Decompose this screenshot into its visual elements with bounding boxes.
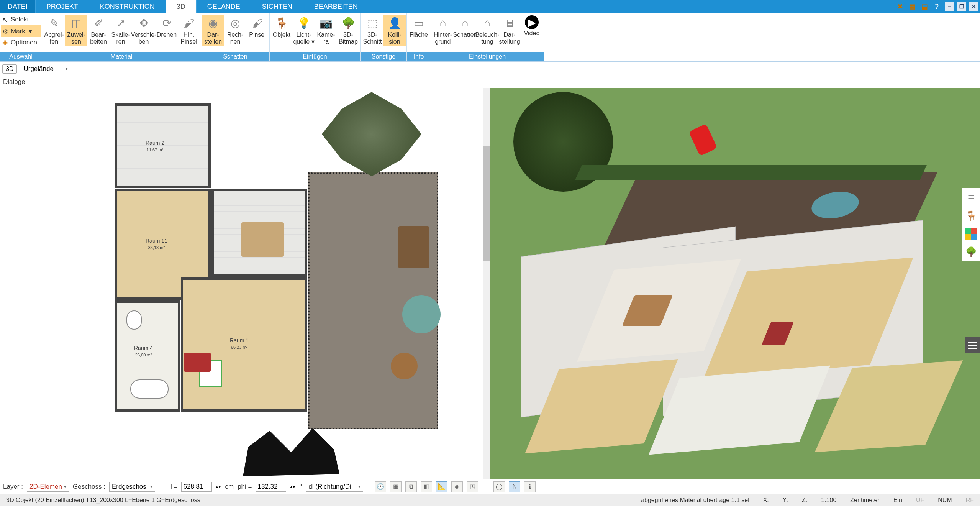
round-table (391, 353, 418, 379)
brush2-icon: 🖌 (250, 15, 265, 31)
tool-icon-1[interactable]: ✖ (895, 2, 905, 11)
mini-cube-icon[interactable]: ◳ (467, 481, 478, 492)
tab-projekt[interactable]: PROJEKT (36, 0, 89, 13)
skalieren-button[interactable]: ⤢Skalie-ren (110, 15, 132, 46)
ribbon-group-info: ▭Fläche Info (407, 13, 431, 61)
drehen-button[interactable]: ⟳Drehen (156, 15, 178, 39)
kollision-button[interactable]: 👤Kolli-sion (383, 15, 406, 46)
status-material: abgegriffenes Material übertrage 1:1 sel (638, 497, 752, 504)
assign-icon: ◫ (69, 15, 84, 31)
beleuchtung-button[interactable]: ⌂Beleuch-tung (476, 15, 498, 46)
subbar: 3D Urgelände▾ (0, 62, 980, 76)
layer-combo[interactable]: 2D-Elemen▾ (27, 482, 69, 492)
room-2-label: Raum 211,67 m² (146, 140, 164, 153)
lichtquelle-button[interactable]: 💡Licht-quelle ▾ (293, 15, 315, 46)
shadow-icon: ⌂ (457, 15, 473, 31)
mini-nav-icon[interactable]: N (509, 481, 520, 492)
abgreifen-button[interactable]: ✎Abgrei-fen (43, 15, 65, 46)
render-icon: ◉ (205, 15, 221, 31)
status-y: Y: (780, 497, 791, 504)
view-mode-pill[interactable]: 3D (2, 64, 17, 74)
maximize-button[interactable]: ❐ (957, 2, 966, 11)
chair-icon: 🪑 (274, 15, 289, 31)
flaeche-button[interactable]: ▭Fläche (408, 15, 430, 39)
eyedropper-icon: ✎ (46, 15, 62, 31)
help-icon[interactable]: ? (932, 2, 942, 11)
mini-layers-icon[interactable]: ◧ (421, 481, 432, 492)
tab-sichten[interactable]: SICHTEN (251, 0, 303, 13)
tab-gelaende[interactable]: GELÄNDE (197, 0, 251, 13)
mini-clock-icon[interactable]: 🕑 (375, 481, 386, 492)
tab-konstruktion[interactable]: KONSTRUKTION (89, 0, 166, 13)
tab-bearbeiten[interactable]: BEARBEITEN (303, 0, 369, 13)
camera-icon: 📷 (318, 15, 334, 31)
group-label-auswahl: Auswahl (0, 52, 42, 61)
phi-input[interactable] (256, 482, 286, 492)
darstellung-button[interactable]: 🖥Dar-stellung (498, 15, 521, 46)
zuweisen-button[interactable]: ◫Zuwei-sen (65, 15, 87, 46)
mini-grid-icon[interactable]: ▦ (390, 481, 402, 492)
bulb-icon: 💡 (296, 15, 311, 31)
tool-icon-3[interactable]: ⬓ (919, 2, 929, 11)
pane-3d[interactable]: ≣ 🪑 🌳 (490, 88, 980, 479)
layers-icon[interactable]: ≣ (965, 191, 978, 204)
mini-info-icon[interactable]: ℹ (524, 481, 536, 492)
material-swatch-icon[interactable] (965, 228, 977, 240)
ribbon: ↖Selekt ⚙Mark. ▾ ✚Optionen Auswahl ✎Abgr… (0, 13, 980, 62)
ribbon-group-sonstige: ⬚3D-Schnitt 👤Kolli-sion Sonstige (361, 13, 407, 61)
status-num: NUM (935, 497, 955, 504)
close-button[interactable]: ✕ (969, 2, 978, 11)
select-button[interactable]: ↖Selekt (1, 14, 41, 25)
objekt-button[interactable]: 🪑Objekt (270, 15, 293, 39)
rechnen-button[interactable]: ◎Rech-nen (224, 15, 246, 46)
scrollbar-2d[interactable] (483, 88, 490, 479)
status-rf: RF (963, 497, 977, 504)
bearbeiten-button[interactable]: ✐Bear-beiten (87, 15, 110, 46)
dialoge-label: Dialoge: (3, 78, 27, 86)
minimize-button[interactable]: − (945, 2, 954, 11)
dialoge-bar: Dialoge: (0, 76, 980, 88)
pinsel-button[interactable]: 🖌Pinsel (246, 15, 269, 39)
schatten2-button[interactable]: ⌂Schatten (454, 15, 476, 39)
bitmap-button[interactable]: 🌳3D-Bitmap (337, 15, 359, 46)
status-z: Z: (799, 497, 810, 504)
verschieben-button[interactable]: ✥Verschie-ben (132, 15, 156, 46)
tree-top (322, 92, 421, 176)
mini-circle1-icon[interactable]: ◯ (493, 481, 505, 492)
section-icon: ⬚ (365, 15, 380, 31)
tree-tool-icon[interactable]: 🌳 (965, 245, 978, 258)
kamera-button[interactable]: 📷Kame-ra (315, 15, 337, 46)
phi-label: phi = (238, 483, 252, 491)
terrain-combo[interactable]: Urgelände▾ (21, 64, 70, 74)
mini-stacks-icon[interactable]: ◈ (451, 481, 463, 492)
video-button[interactable]: ▶Video (521, 15, 543, 38)
mini-angle-icon[interactable]: 📐 (436, 481, 447, 492)
bush-bottom (238, 425, 345, 479)
titlebar-icons: ✖ ▦ ⬓ ? − ❐ ✕ (895, 0, 980, 13)
schnitt-button[interactable]: ⬚3D-Schnitt (361, 15, 383, 46)
pane-2d[interactable]: Raum 211,67 m² Raum 1136,18 m² Raum 310,… (0, 88, 490, 479)
tool-icon-2[interactable]: ▦ (907, 2, 917, 11)
mode-combo[interactable]: dl (Richtung/Di▾ (306, 482, 363, 492)
hinpinsel-button[interactable]: 🖌Hin.Pinsel (178, 15, 200, 46)
geschoss-combo[interactable]: Erdgeschos▾ (109, 482, 155, 492)
mark-button[interactable]: ⚙Mark. ▾ (1, 25, 41, 37)
side-toolbar: ≣ 🪑 🌳 (962, 188, 980, 261)
mini-snap-icon[interactable]: ⧉ (405, 481, 417, 492)
dining-set (241, 222, 284, 257)
group-label-einstellungen: Einstellungen (431, 52, 544, 61)
options-button[interactable]: ✚Optionen (1, 37, 41, 48)
darstellen-button[interactable]: ◉Dar-stellen (202, 15, 224, 46)
outdoor-table (398, 226, 429, 268)
umbrella-2d (402, 295, 441, 333)
hintergrund-button[interactable]: ⌂Hinter-grund (432, 15, 454, 46)
drawer-handle[interactable] (965, 337, 980, 353)
mark-label: Mark. ▾ (11, 27, 32, 35)
ribbon-group-einstellungen: ⌂Hinter-grund ⌂Schatten ⌂Beleuch-tung 🖥D… (431, 13, 544, 61)
tab-datei[interactable]: DATEI (0, 0, 36, 13)
tab-3d[interactable]: 3D (166, 0, 197, 13)
room-11-label: Raum 1136,18 m² (146, 238, 167, 251)
menu-tabs: DATEI PROJEKT KONSTRUKTION 3D GELÄNDE SI… (0, 0, 980, 13)
chair-tool-icon[interactable]: 🪑 (965, 209, 978, 222)
l-input[interactable] (181, 482, 212, 492)
